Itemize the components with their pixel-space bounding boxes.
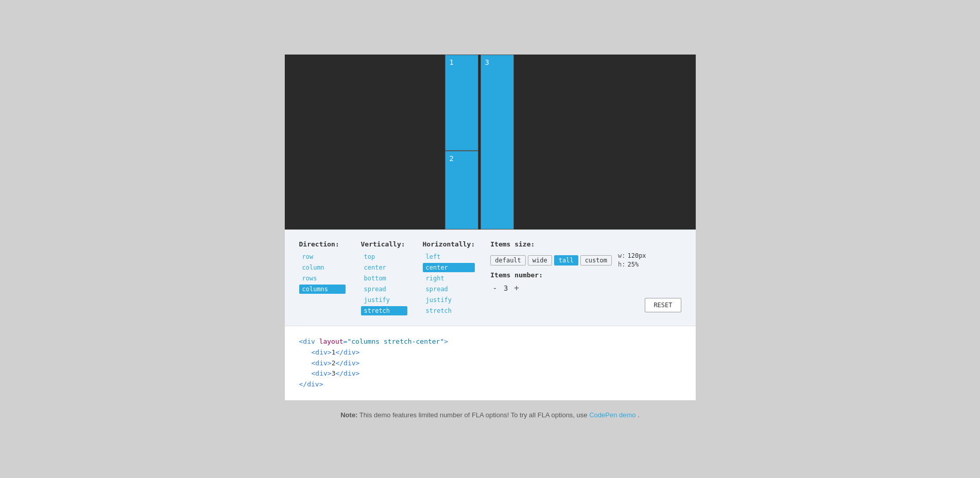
main-container: 1 2 3 Direction: row column bbox=[284, 54, 696, 401]
horizontally-group: Horizontally: left center right spread j… bbox=[423, 240, 475, 315]
codepen-link[interactable]: CodePen demo bbox=[589, 411, 635, 419]
box-1: 1 bbox=[445, 55, 478, 151]
size-tall-btn[interactable]: tall bbox=[554, 255, 578, 265]
horizontally-stretch-btn[interactable]: stretch bbox=[423, 306, 475, 315]
items-count: 3 bbox=[504, 284, 508, 292]
horizontally-right-btn[interactable]: right bbox=[423, 274, 475, 283]
code-div2: <div> bbox=[312, 359, 332, 367]
size-custom-btn[interactable]: custom bbox=[580, 255, 612, 265]
code-div2-close: </div> bbox=[335, 359, 359, 367]
code-line-1: <div layout="columns stretch-center"> bbox=[299, 337, 681, 347]
width-label: w: bbox=[618, 252, 625, 259]
reset-button[interactable]: RESET bbox=[645, 298, 681, 312]
size-default-btn[interactable]: default bbox=[490, 255, 526, 265]
code-line-5: </div> bbox=[299, 379, 681, 390]
vertically-stretch-btn[interactable]: stretch bbox=[361, 306, 407, 315]
direction-columns-btn[interactable]: columns bbox=[299, 285, 346, 294]
code-block: <div layout="columns stretch-center"> <d… bbox=[299, 337, 681, 390]
note-suffix: . bbox=[638, 411, 640, 419]
horizontally-spread-btn[interactable]: spread bbox=[423, 285, 475, 294]
direction-label: Direction: bbox=[299, 240, 346, 248]
box-3: 3 bbox=[480, 55, 514, 229]
vertically-spread-btn[interactable]: spread bbox=[361, 285, 407, 294]
code-val-layout: "columns stretch-center" bbox=[347, 338, 444, 345]
code-closing-tag: </div> bbox=[299, 380, 323, 388]
demo-area: 1 2 3 bbox=[285, 55, 696, 229]
width-value: 120px bbox=[627, 252, 646, 259]
direction-row-btn[interactable]: row bbox=[299, 252, 346, 261]
height-label: h: bbox=[618, 261, 625, 268]
right-bottom: RESET bbox=[490, 298, 681, 312]
direction-column-btn[interactable]: column bbox=[299, 263, 346, 272]
col-right-items: 3 bbox=[480, 55, 514, 229]
code-tag-close: > bbox=[444, 338, 448, 345]
items-number-label: Items number: bbox=[490, 271, 543, 279]
code-div1: <div> bbox=[312, 348, 332, 356]
vertically-center-btn[interactable]: center bbox=[361, 263, 407, 272]
items-size-group: Items size: default wide tall custom w: … bbox=[490, 240, 646, 271]
code-line-4: <div>3</div> bbox=[299, 368, 681, 379]
number-controls: - 3 + bbox=[490, 283, 543, 293]
footer-note: Note: This demo features limited number … bbox=[0, 406, 980, 424]
horizontally-label: Horizontally: bbox=[423, 240, 475, 248]
direction-group: Direction: row column rows columns bbox=[299, 240, 346, 294]
width-row: w: 120px bbox=[618, 252, 646, 259]
items-number-group: Items number: - 3 + bbox=[490, 271, 543, 293]
vertically-options: top center bottom spread justify stretch bbox=[361, 252, 407, 315]
code-div1-close: </div> bbox=[335, 348, 359, 356]
code-line-2: <div>1</div> bbox=[299, 347, 681, 358]
code-div3: <div> bbox=[312, 369, 332, 377]
controls-area: Direction: row column rows columns Verti… bbox=[285, 229, 696, 326]
code-line-3: <div>2</div> bbox=[299, 358, 681, 369]
horizontally-justify-btn[interactable]: justify bbox=[423, 295, 475, 305]
controls-row: Direction: row column rows columns Verti… bbox=[299, 240, 681, 315]
col-left-items: 1 2 bbox=[445, 55, 478, 229]
minus-btn[interactable]: - bbox=[490, 283, 500, 293]
box-2: 2 bbox=[445, 151, 478, 229]
horizontally-options: left center right spread justify stretch bbox=[423, 252, 475, 315]
note-prefix: Note: bbox=[340, 411, 357, 419]
direction-rows-btn[interactable]: rows bbox=[299, 274, 346, 283]
code-attr-layout: layout bbox=[319, 338, 343, 345]
code-area: <div layout="columns stretch-center"> <d… bbox=[285, 326, 696, 400]
vertically-top-btn[interactable]: top bbox=[361, 252, 407, 261]
vertically-group: Vertically: top center bottom spread jus… bbox=[361, 240, 407, 315]
height-value: 25% bbox=[627, 261, 639, 268]
right-controls: Items size: default wide tall custom w: … bbox=[490, 240, 681, 312]
note-text: This demo features limited number of FLA… bbox=[359, 411, 589, 419]
items-size-label: Items size: bbox=[490, 240, 646, 248]
dimension-inputs: w: 120px h: 25% bbox=[618, 252, 646, 268]
height-row: h: 25% bbox=[618, 261, 646, 268]
vertically-label: Vertically: bbox=[361, 240, 407, 248]
vertically-bottom-btn[interactable]: bottom bbox=[361, 274, 407, 283]
horizontally-center-btn[interactable]: center bbox=[423, 263, 475, 272]
code-tag-open: <div bbox=[299, 338, 319, 345]
size-options-row: default wide tall custom w: 120px h: bbox=[490, 252, 646, 268]
horizontally-left-btn[interactable]: left bbox=[423, 252, 475, 261]
size-buttons: default wide tall custom bbox=[490, 255, 612, 265]
size-wide-btn[interactable]: wide bbox=[528, 255, 552, 265]
plus-btn[interactable]: + bbox=[512, 283, 521, 293]
direction-options: row column rows columns bbox=[299, 252, 346, 294]
code-div3-close: </div> bbox=[335, 369, 359, 377]
vertically-justify-btn[interactable]: justify bbox=[361, 295, 407, 305]
columns-demo: 1 2 3 bbox=[445, 55, 527, 229]
